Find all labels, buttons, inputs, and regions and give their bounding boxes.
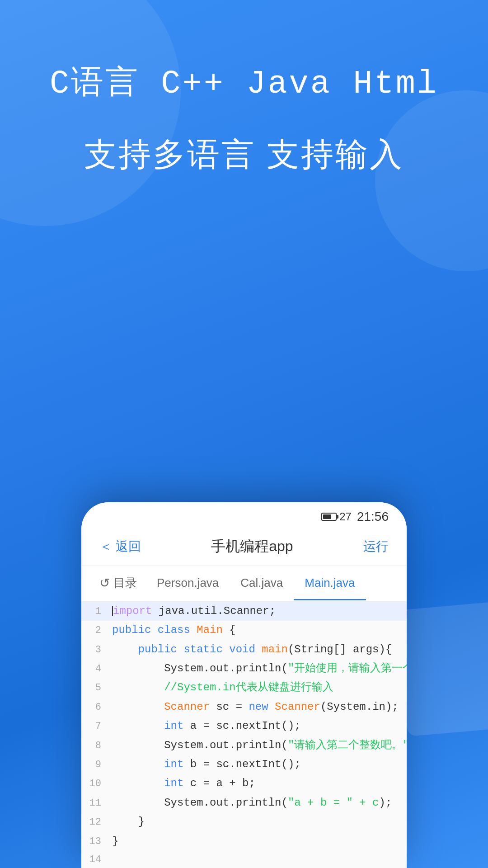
token-cn-normal [223, 643, 229, 656]
tab-person-java[interactable]: Person.java [146, 567, 230, 600]
tab-directory-label: 目录 [113, 575, 137, 591]
line-content-14 [108, 860, 407, 862]
token-kw-import: import [113, 605, 152, 617]
token-cn-scanner: Scanner [275, 701, 320, 713]
tab-main-java[interactable]: Main.java [294, 567, 366, 600]
tab-cal-java[interactable]: Cal.java [230, 567, 294, 600]
line-content-5: //System.in代表从键盘进行输入 [108, 678, 407, 697]
token-kw-int: int [164, 777, 183, 789]
token-cn-normal: sc = [210, 701, 249, 713]
bg-keyboard-icon [397, 602, 488, 736]
app-title: 手机编程app [211, 537, 293, 557]
token-cn-normal: java.util.Scanner; [152, 605, 276, 617]
line-content-12: } [108, 812, 407, 831]
line-content-3: public static void main(String[] args){ [108, 640, 407, 659]
token-cn-main: Main [197, 624, 223, 636]
status-time: 21:56 [357, 509, 389, 524]
token-kw-public: public [112, 624, 151, 636]
line-content-1: import java.util.Scanner; [108, 602, 407, 621]
app-header: ＜ 返回 手机编程app 运行 [81, 528, 407, 566]
line-number-1: 1 [81, 603, 108, 619]
token-cn-normal: System.out.println( [112, 739, 288, 751]
line-number-14: 14 [81, 851, 108, 868]
token-cn-normal: } [112, 816, 145, 828]
token-cn-normal [112, 701, 164, 713]
code-editor[interactable]: 1import java.util.Scanner;2public class … [81, 602, 407, 868]
line-number-4: 4 [81, 660, 108, 677]
code-line-11: 11 System.out.println("a + b = " + c); [81, 793, 407, 812]
battery-icon [321, 513, 337, 521]
code-line-7: 7 int a = sc.nextInt(); [81, 717, 407, 736]
token-cn-normal [112, 777, 164, 789]
code-line-1: 1import java.util.Scanner; [81, 602, 407, 621]
code-line-10: 10 int c = a + b; [81, 774, 407, 793]
line-number-13: 13 [81, 833, 108, 849]
line-content-7: int a = sc.nextInt(); [108, 717, 407, 736]
line-content-4: System.out.println("开始使用，请输入第一个整数吧。"); [108, 659, 407, 678]
token-cn-string: "开始使用，请输入第一个整数吧。" [288, 662, 407, 675]
phone-mockup-container: 27 21:56 ＜ 返回 手机编程app 运行 ↺ 目录 Person.jav… [81, 502, 407, 868]
line-content-11: System.out.println("a + b = " + c); [108, 793, 407, 812]
line-number-9: 9 [81, 756, 108, 773]
code-line-12: 12 } [81, 812, 407, 831]
token-kw-static: static [183, 643, 222, 656]
line-content-9: int b = sc.nextInt(); [108, 755, 407, 774]
token-cn-normal [112, 643, 138, 656]
code-line-2: 2public class Main { [81, 621, 407, 640]
line-number-12: 12 [81, 813, 108, 830]
token-cn-normal [177, 643, 183, 656]
line-number-5: 5 [81, 679, 108, 696]
line-number-8: 8 [81, 737, 108, 754]
token-cn-normal [112, 758, 164, 770]
hero-title: C语言 C++ Java Html [0, 63, 488, 106]
refresh-icon: ↺ [99, 576, 110, 590]
token-cn-scanner: Scanner [164, 701, 210, 713]
line-number-7: 7 [81, 717, 108, 734]
token-kw-public: public [138, 643, 177, 656]
code-line-9: 9 int b = sc.nextInt(); [81, 755, 407, 774]
token-cn-normal: System.out.println( [112, 662, 288, 675]
token-kw-int: int [164, 758, 183, 770]
token-cn-normal [112, 720, 164, 732]
token-kw-new: new [249, 701, 268, 713]
phone-mockup: 27 21:56 ＜ 返回 手机编程app 运行 ↺ 目录 Person.jav… [81, 502, 407, 868]
line-number-6: 6 [81, 698, 108, 715]
token-cn-string: "请输入第二个整数吧。" [288, 739, 407, 751]
code-line-8: 8 System.out.println("请输入第二个整数吧。"); [81, 736, 407, 755]
run-button[interactable]: 运行 [363, 538, 389, 555]
token-cn-normal: } [112, 835, 118, 847]
code-line-4: 4 System.out.println("开始使用，请输入第一个整数吧。"); [81, 659, 407, 678]
line-number-11: 11 [81, 794, 108, 811]
line-content-6: Scanner sc = new Scanner(System.in); [108, 698, 407, 717]
hero-section: C语言 C++ Java Html 支持多语言 支持输入 [0, 0, 488, 176]
status-bar: 27 21:56 [81, 502, 407, 528]
token-kw-int: int [164, 720, 183, 732]
line-content-10: int c = a + b; [108, 774, 407, 793]
line-number-3: 3 [81, 641, 108, 658]
battery-fill [323, 514, 331, 519]
battery-indicator: 27 [321, 510, 352, 523]
code-line-5: 5 //System.in代表从键盘进行输入 [81, 678, 407, 697]
code-line-14: 14 [81, 851, 407, 868]
line-content-2: public class Main { [108, 621, 407, 640]
hero-subtitle: 支持多语言 支持输入 [0, 133, 488, 176]
token-kw-void: void [229, 643, 255, 656]
token-cn-normal: (String[] args){ [288, 643, 392, 656]
back-button[interactable]: ＜ 返回 [99, 538, 141, 555]
token-cn-normal: System.out.println( [112, 797, 288, 809]
line-content-8: System.out.println("请输入第二个整数吧。"); [108, 736, 407, 755]
token-cn-normal: { [223, 624, 236, 636]
token-cn-normal: (System.in); [320, 701, 399, 713]
token-cn-string: "a + b = " + c [288, 797, 379, 809]
line-content-13: } [108, 832, 407, 851]
token-cn-normal [151, 624, 157, 636]
line-number-2: 2 [81, 622, 108, 638]
token-cn-normal: ); [379, 797, 392, 809]
token-cn-comment: //System.in代表从键盘进行输入 [112, 681, 333, 693]
line-number-10: 10 [81, 775, 108, 792]
tab-directory[interactable]: ↺ 目录 [90, 566, 146, 601]
token-cn-normal [255, 643, 262, 656]
token-cn-normal [268, 701, 275, 713]
token-cn-normal [190, 624, 197, 636]
token-cn-normal: a = sc.nextInt(); [183, 720, 300, 732]
